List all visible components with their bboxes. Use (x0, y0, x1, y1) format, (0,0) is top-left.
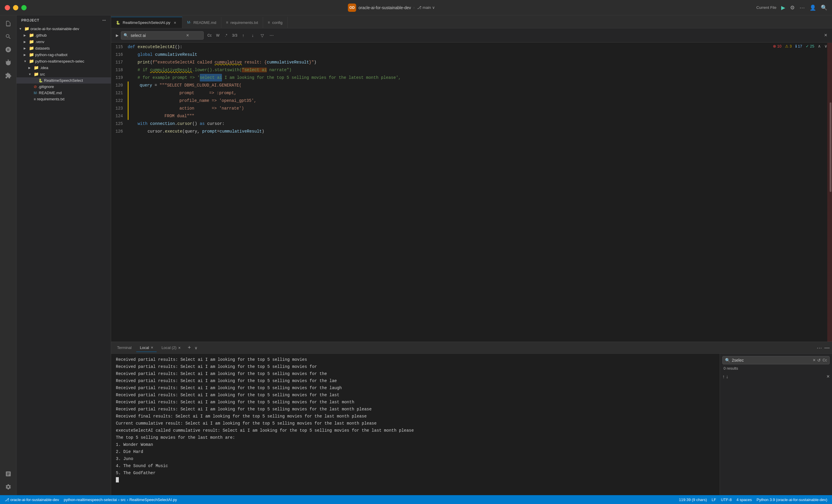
run-icon[interactable]: ▶ (781, 4, 785, 11)
activity-search[interactable] (2, 31, 14, 43)
term-search-clear[interactable]: × (813, 358, 815, 363)
more-icon[interactable]: ⋯ (800, 4, 805, 11)
sidebar-collapse-icon[interactable]: ⋯ (102, 18, 106, 23)
terminal-content: Received partial results: Select ai I am… (111, 354, 832, 495)
activity-extensions[interactable] (2, 70, 14, 82)
sidebar-item-realtimespeechai-py[interactable]: 🐍 RealtimeSpeechSelect (17, 77, 111, 84)
line-num: 117 (111, 58, 123, 66)
activity-debug[interactable] (2, 57, 14, 68)
status-position[interactable]: 119:39 (9 chars) (679, 498, 707, 502)
tab-requirements[interactable]: ≡ requirements.txt (222, 17, 263, 28)
status-branch[interactable]: ⎇ oracle-ai-for-sustainable-dev (5, 498, 59, 502)
find-more-button[interactable]: ⋯ (268, 32, 275, 39)
tab-config[interactable]: ≡ config (263, 17, 288, 28)
term-tab-close-icon[interactable]: × (151, 345, 153, 350)
search-icon[interactable]: 🔍 (821, 4, 827, 11)
term-line: Current cummulative result: Select ai I … (116, 420, 715, 427)
tab-readme[interactable]: M· README.md (182, 17, 222, 28)
root-folder-icon: 📁 (24, 26, 29, 31)
local2-tab[interactable]: Local (2) × (158, 344, 184, 352)
term-search-prev[interactable]: ↑ (722, 374, 725, 380)
minimize-button[interactable] (13, 5, 18, 10)
sidebar-item-github[interactable]: ▶ 📁 .github (17, 32, 111, 38)
term-case-btn[interactable]: Cc (823, 358, 827, 362)
editor-panels: ⊗ 10 ⚠ 3 ℹ 17 ✓ 25 ∧ (111, 43, 832, 495)
code-editor[interactable]: ⊗ 10 ⚠ 3 ℹ 17 ✓ 25 ∧ (111, 43, 832, 342)
term-line: 3. Juno (116, 455, 715, 463)
sidebar-item-gitignore[interactable]: ⊘ .gitignore (17, 84, 111, 90)
debug-icon[interactable]: ⚙ (790, 4, 795, 11)
terminal-main[interactable]: Received partial results: Select ai I am… (111, 354, 720, 495)
term-tab-label: Terminal (117, 345, 132, 350)
activity-remote[interactable] (2, 468, 14, 480)
close-button[interactable] (5, 5, 10, 10)
activity-git[interactable] (2, 44, 14, 56)
activity-files[interactable] (2, 18, 14, 30)
add-terminal-button[interactable]: + (185, 344, 193, 351)
code-lines[interactable]: def executeSelectAI(): global cummulativ… (128, 43, 827, 342)
term-search-next[interactable]: ↓ (726, 374, 728, 380)
activity-settings[interactable] (2, 481, 14, 493)
find-close-button[interactable]: × (824, 32, 827, 38)
sidebar-item-datasets[interactable]: ▶ 📁 datasets (17, 45, 111, 51)
term-search-refresh[interactable]: ↺ (817, 358, 821, 363)
sidebar-item-readme[interactable]: M· README.md (17, 90, 111, 96)
term-search-close[interactable]: × (826, 373, 830, 380)
sidebar-root[interactable]: ▼ 📁 oracle-ai-for-sustainable-dev (17, 25, 111, 32)
line-num: 118 (111, 66, 123, 74)
scroll-thumb[interactable] (830, 103, 831, 192)
find-prev-button[interactable]: ↑ (240, 32, 247, 39)
term-search-count-display: 0 results (722, 364, 830, 372)
tab-close-icon[interactable]: × (173, 20, 177, 25)
sidebar-item-idea[interactable]: ▶ 📁 .idea (17, 64, 111, 71)
find-clear-icon[interactable]: × (186, 33, 189, 38)
md-file-icon: M· (34, 91, 37, 95)
find-whole-word[interactable]: W (214, 32, 222, 39)
find-regex[interactable]: .* (223, 32, 230, 39)
terminal-dropdown-button[interactable]: ∨ (194, 345, 198, 350)
status-path[interactable]: python-realtimespeech-selectai › src › R… (64, 498, 177, 502)
folder-icon: 📁 (29, 52, 34, 57)
sidebar-item-realtimespeech[interactable]: ▼ 📁 python-realtimespeech-selec (17, 58, 111, 64)
terminal-controls: ⋯ — (816, 344, 830, 351)
sidebar-item-rag-chatbot[interactable]: ▶ 📁 python-rag-chatbot (17, 51, 111, 58)
code-line-122: profile_name => 'openai_gpt35', (128, 97, 827, 105)
titlebar-branch[interactable]: ⎇ main ∨ (417, 5, 435, 10)
sidebar-item-venv[interactable]: ▶ 📁 .venv (17, 38, 111, 45)
find-options: Cc W .* (206, 32, 230, 39)
find-expand-icon[interactable]: ▶ (116, 33, 119, 37)
term-line: Received partial results: Select ai I am… (116, 406, 715, 413)
folder-icon: 📁 (34, 65, 39, 70)
status-encoding[interactable]: LF (712, 498, 716, 502)
chevron-right-icon: ▶ (24, 53, 28, 56)
maximize-button[interactable] (21, 5, 27, 10)
find-filter-button[interactable]: ▽ (259, 32, 266, 39)
find-input-wrapper: 🔍 × (121, 31, 204, 39)
terminal-search-input[interactable] (732, 358, 811, 363)
scrollbar[interactable] (827, 43, 832, 342)
find-next-button[interactable]: ↓ (249, 32, 256, 39)
terminal-tab[interactable]: Terminal (113, 344, 135, 352)
terminal-minimize-button[interactable]: — (824, 344, 830, 351)
find-input[interactable] (131, 33, 184, 38)
folder-icon: 📁 (29, 39, 34, 44)
sidebar-item-label: python-realtimespeech-selec (35, 59, 84, 63)
titlebar-center: OD oracle-ai-for-sustainable-dev › ⎇ mai… (30, 4, 753, 12)
project-icon: OD (348, 4, 356, 12)
sidebar-item-src[interactable]: ▼ 📁 src (17, 71, 111, 77)
sidebar-item-requirements[interactable]: ≡ requirements.txt (17, 96, 111, 102)
sidebar-tree: ▼ 📁 oracle-ai-for-sustainable-dev ▶ 📁 .g… (17, 25, 111, 495)
main-layout: Project ⋯ ▼ 📁 oracle-ai-for-sustainable-… (0, 16, 832, 495)
terminal-more-button[interactable]: ⋯ (816, 344, 822, 351)
status-language[interactable]: Python 3.9 (oracle-ai-for-sustainable-de… (757, 498, 827, 502)
find-case-sensitive[interactable]: Cc (206, 32, 213, 39)
status-indent[interactable]: 4 spaces (736, 498, 752, 502)
profile-icon[interactable]: 👤 (809, 4, 816, 11)
tab-realtimespeech-py[interactable]: 🐍 RealtimeSpeechSelectAI.py × (111, 17, 182, 28)
status-charset[interactable]: UTF-8 (721, 498, 732, 502)
line-num: 119 (111, 74, 123, 82)
term-line: Received partial results: Select ai I am… (116, 385, 715, 392)
sidebar-item-label: RealtimeSpeechSelect (44, 78, 83, 83)
term-tab2-close-icon[interactable]: × (178, 345, 181, 350)
local-tab[interactable]: Local × (136, 343, 157, 352)
